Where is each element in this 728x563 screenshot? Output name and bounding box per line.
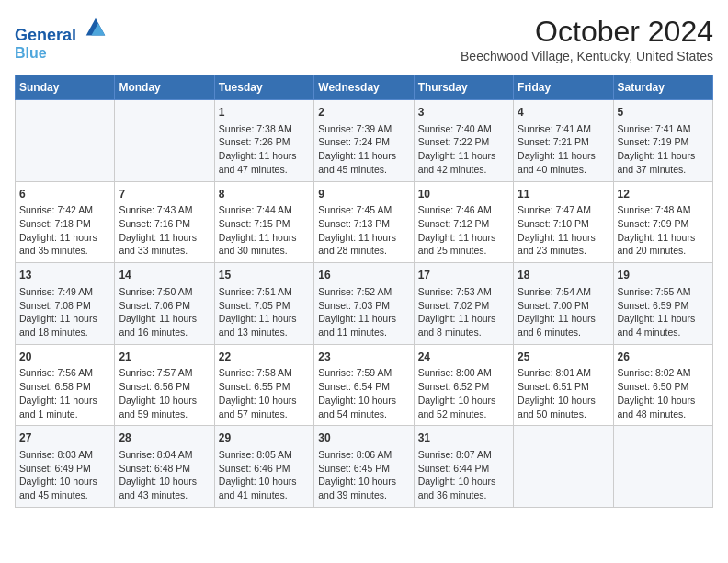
calendar-cell <box>514 426 613 508</box>
day-number: 3 <box>418 105 509 121</box>
calendar-cell: 25Sunrise: 8:01 AM Sunset: 6:51 PM Dayli… <box>514 344 613 426</box>
day-info: Sunrise: 7:43 AM Sunset: 7:16 PM Dayligh… <box>119 203 210 258</box>
calendar-cell: 12Sunrise: 7:48 AM Sunset: 7:09 PM Dayli… <box>613 181 712 263</box>
day-info: Sunrise: 7:38 AM Sunset: 7:26 PM Dayligh… <box>219 122 310 177</box>
day-info: Sunrise: 7:50 AM Sunset: 7:06 PM Dayligh… <box>119 285 210 339</box>
day-number: 16 <box>318 268 409 283</box>
day-number: 5 <box>618 105 709 121</box>
day-info: Sunrise: 7:52 AM Sunset: 7:03 PM Dayligh… <box>318 285 409 339</box>
calendar-cell: 8Sunrise: 7:44 AM Sunset: 7:15 PM Daylig… <box>214 181 313 263</box>
day-info: Sunrise: 7:55 AM Sunset: 6:59 PM Dayligh… <box>618 285 709 339</box>
calendar-week-4: 20Sunrise: 7:56 AM Sunset: 6:58 PM Dayli… <box>16 344 713 426</box>
calendar-cell: 4Sunrise: 7:41 AM Sunset: 7:21 PM Daylig… <box>514 100 613 182</box>
calendar-cell: 19Sunrise: 7:55 AM Sunset: 6:59 PM Dayli… <box>613 263 712 345</box>
day-number: 11 <box>518 187 609 202</box>
day-info: Sunrise: 8:03 AM Sunset: 6:49 PM Dayligh… <box>19 448 110 502</box>
day-number: 8 <box>219 187 310 202</box>
day-info: Sunrise: 7:56 AM Sunset: 6:58 PM Dayligh… <box>19 366 110 420</box>
calendar-cell: 31Sunrise: 8:07 AM Sunset: 6:44 PM Dayli… <box>414 426 513 508</box>
day-number: 4 <box>518 105 609 121</box>
calendar-cell: 22Sunrise: 7:58 AM Sunset: 6:55 PM Dayli… <box>214 344 313 426</box>
day-info: Sunrise: 8:07 AM Sunset: 6:44 PM Dayligh… <box>418 448 509 502</box>
title-block: October 2024 Beechwood Village, Kentucky… <box>461 15 713 63</box>
calendar-cell: 26Sunrise: 8:02 AM Sunset: 6:50 PM Dayli… <box>613 344 712 426</box>
logo-subtext: Blue <box>15 45 108 62</box>
calendar-cell: 1Sunrise: 7:38 AM Sunset: 7:26 PM Daylig… <box>214 100 313 182</box>
calendar-cell: 15Sunrise: 7:51 AM Sunset: 7:05 PM Dayli… <box>214 263 313 345</box>
day-info: Sunrise: 7:53 AM Sunset: 7:02 PM Dayligh… <box>418 285 509 339</box>
day-number: 22 <box>219 350 310 365</box>
calendar-cell: 30Sunrise: 8:06 AM Sunset: 6:45 PM Dayli… <box>314 426 414 508</box>
calendar-cell: 6Sunrise: 7:42 AM Sunset: 7:18 PM Daylig… <box>16 181 115 263</box>
day-info: Sunrise: 7:51 AM Sunset: 7:05 PM Dayligh… <box>219 285 310 339</box>
calendar-week-2: 6Sunrise: 7:42 AM Sunset: 7:18 PM Daylig… <box>16 181 713 263</box>
day-info: Sunrise: 7:46 AM Sunset: 7:12 PM Dayligh… <box>418 203 509 258</box>
day-number: 29 <box>219 431 310 446</box>
calendar-table: SundayMondayTuesdayWednesdayThursdayFrid… <box>15 75 713 508</box>
day-info: Sunrise: 8:05 AM Sunset: 6:46 PM Dayligh… <box>219 448 310 502</box>
calendar-cell: 21Sunrise: 7:57 AM Sunset: 6:56 PM Dayli… <box>115 344 214 426</box>
day-number: 10 <box>418 187 509 202</box>
calendar-cell: 13Sunrise: 7:49 AM Sunset: 7:08 PM Dayli… <box>16 263 115 345</box>
calendar-cell: 3Sunrise: 7:40 AM Sunset: 7:22 PM Daylig… <box>414 100 513 182</box>
day-number: 20 <box>19 350 110 365</box>
day-number: 7 <box>119 187 210 202</box>
calendar-cell: 7Sunrise: 7:43 AM Sunset: 7:16 PM Daylig… <box>115 181 214 263</box>
calendar-cell: 20Sunrise: 7:56 AM Sunset: 6:58 PM Dayli… <box>16 344 115 426</box>
calendar-cell <box>115 100 214 182</box>
day-info: Sunrise: 8:02 AM Sunset: 6:50 PM Dayligh… <box>618 366 709 420</box>
calendar-cell: 29Sunrise: 8:05 AM Sunset: 6:46 PM Dayli… <box>214 426 313 508</box>
day-number: 15 <box>219 268 310 283</box>
logo: General Blue <box>15 15 108 61</box>
day-number: 26 <box>618 350 709 365</box>
calendar-cell <box>16 100 115 182</box>
logo-icon <box>83 15 108 40</box>
weekday-header-row: SundayMondayTuesdayWednesdayThursdayFrid… <box>16 75 713 100</box>
calendar-cell: 17Sunrise: 7:53 AM Sunset: 7:02 PM Dayli… <box>414 263 513 345</box>
day-info: Sunrise: 7:59 AM Sunset: 6:54 PM Dayligh… <box>318 366 409 420</box>
day-number: 2 <box>318 105 409 121</box>
day-number: 12 <box>618 187 709 202</box>
day-number: 1 <box>219 105 310 121</box>
day-number: 9 <box>318 187 409 202</box>
day-info: Sunrise: 8:04 AM Sunset: 6:48 PM Dayligh… <box>119 448 210 502</box>
day-number: 19 <box>618 268 709 283</box>
day-number: 30 <box>318 431 409 446</box>
calendar-cell: 27Sunrise: 8:03 AM Sunset: 6:49 PM Dayli… <box>16 426 115 508</box>
weekday-header-tuesday: Tuesday <box>214 75 313 100</box>
day-number: 21 <box>119 350 210 365</box>
day-number: 17 <box>418 268 509 283</box>
day-number: 23 <box>318 350 409 365</box>
day-info: Sunrise: 8:00 AM Sunset: 6:52 PM Dayligh… <box>418 366 509 420</box>
day-info: Sunrise: 7:42 AM Sunset: 7:18 PM Dayligh… <box>19 203 110 258</box>
day-info: Sunrise: 7:49 AM Sunset: 7:08 PM Dayligh… <box>19 285 110 339</box>
month-title: October 2024 <box>461 15 713 49</box>
calendar-cell: 14Sunrise: 7:50 AM Sunset: 7:06 PM Dayli… <box>115 263 214 345</box>
day-number: 13 <box>19 268 110 283</box>
day-info: Sunrise: 7:44 AM Sunset: 7:15 PM Dayligh… <box>219 203 310 258</box>
weekday-header-sunday: Sunday <box>16 75 115 100</box>
calendar-cell: 16Sunrise: 7:52 AM Sunset: 7:03 PM Dayli… <box>314 263 414 345</box>
calendar-cell: 9Sunrise: 7:45 AM Sunset: 7:13 PM Daylig… <box>314 181 414 263</box>
day-info: Sunrise: 7:48 AM Sunset: 7:09 PM Dayligh… <box>618 203 709 258</box>
day-info: Sunrise: 7:45 AM Sunset: 7:13 PM Dayligh… <box>318 203 409 258</box>
calendar-cell: 10Sunrise: 7:46 AM Sunset: 7:12 PM Dayli… <box>414 181 513 263</box>
logo-text: General <box>15 15 108 45</box>
calendar-cell: 11Sunrise: 7:47 AM Sunset: 7:10 PM Dayli… <box>514 181 613 263</box>
calendar-cell: 23Sunrise: 7:59 AM Sunset: 6:54 PM Dayli… <box>314 344 414 426</box>
day-number: 25 <box>518 350 609 365</box>
calendar-cell <box>613 426 712 508</box>
calendar-week-3: 13Sunrise: 7:49 AM Sunset: 7:08 PM Dayli… <box>16 263 713 345</box>
day-number: 6 <box>19 187 110 202</box>
day-info: Sunrise: 7:41 AM Sunset: 7:21 PM Dayligh… <box>518 122 609 177</box>
day-info: Sunrise: 7:58 AM Sunset: 6:55 PM Dayligh… <box>219 366 310 420</box>
day-info: Sunrise: 7:57 AM Sunset: 6:56 PM Dayligh… <box>119 366 210 420</box>
day-info: Sunrise: 8:01 AM Sunset: 6:51 PM Dayligh… <box>518 366 609 420</box>
calendar-cell: 18Sunrise: 7:54 AM Sunset: 7:00 PM Dayli… <box>514 263 613 345</box>
day-info: Sunrise: 7:39 AM Sunset: 7:24 PM Dayligh… <box>318 122 409 177</box>
day-info: Sunrise: 7:41 AM Sunset: 7:19 PM Dayligh… <box>618 122 709 177</box>
day-info: Sunrise: 7:47 AM Sunset: 7:10 PM Dayligh… <box>518 203 609 258</box>
day-info: Sunrise: 7:54 AM Sunset: 7:00 PM Dayligh… <box>518 285 609 339</box>
day-number: 31 <box>418 431 509 446</box>
day-info: Sunrise: 7:40 AM Sunset: 7:22 PM Dayligh… <box>418 122 509 177</box>
